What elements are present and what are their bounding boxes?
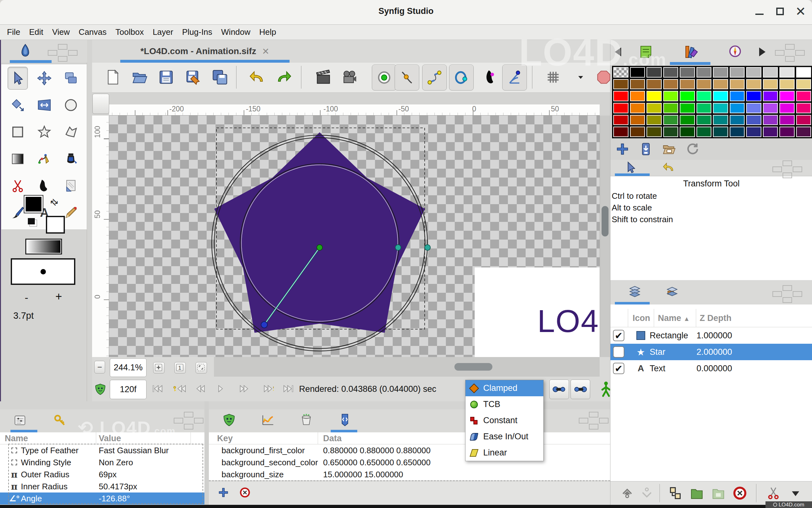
palette-swatch[interactable]: [613, 127, 628, 137]
palette-swatch[interactable]: [630, 127, 645, 137]
brush-preview[interactable]: [11, 258, 75, 285]
palette-swatch[interactable]: [696, 79, 712, 90]
menu-layer[interactable]: Layer: [148, 25, 178, 39]
palette-swatch[interactable]: [696, 91, 712, 101]
tab-canvases[interactable]: [665, 285, 679, 299]
gradient-swatch[interactable]: [25, 239, 62, 254]
reset-colors-icon[interactable]: [28, 218, 35, 224]
palette-swatch[interactable]: [796, 127, 811, 137]
hscrollbar-thumb[interactable]: [454, 363, 492, 371]
toggle-position-handles-button[interactable]: [372, 65, 397, 90]
palette-swatch[interactable]: [630, 103, 645, 113]
palette-swatch[interactable]: [713, 67, 728, 78]
palette-swatch[interactable]: [746, 91, 761, 101]
layer-name[interactable]: Text: [650, 364, 691, 374]
layers-col-icon[interactable]: Icon: [633, 313, 650, 323]
tool-draw[interactable]: [34, 174, 54, 197]
refresh-palette-button[interactable]: [686, 142, 700, 156]
interp-option-clamped[interactable]: Clamped: [465, 380, 543, 396]
canvas-tab[interactable]: *LO4D.com - Animation.sifz ✕: [120, 42, 289, 60]
raise-layer-button[interactable]: [620, 486, 634, 500]
ungroup-layer-button[interactable]: [711, 486, 726, 500]
palette-swatch[interactable]: [730, 79, 745, 90]
palette-swatch[interactable]: [663, 79, 678, 90]
tool-sketch[interactable]: [61, 174, 81, 197]
tab-library[interactable]: [338, 413, 352, 427]
menu-edit[interactable]: Edit: [25, 25, 48, 39]
palette-swatch[interactable]: [746, 127, 761, 137]
layer-name[interactable]: Rectangle: [650, 331, 691, 341]
tool-mirror[interactable]: [61, 67, 81, 90]
menu-toolbox[interactable]: Toolbox: [111, 25, 148, 39]
dock-handle[interactable]: [772, 285, 803, 303]
save-all-button[interactable]: [210, 67, 230, 87]
palette-swatch[interactable]: [779, 103, 795, 113]
palette-swatch[interactable]: [613, 91, 628, 101]
palette-swatch[interactable]: [613, 79, 628, 90]
layer-visibility-checkbox[interactable]: ✔: [613, 346, 624, 358]
library-row[interactable]: background_second_color 0.650000 0.65000…: [209, 456, 610, 468]
palette-swatch[interactable]: [730, 127, 745, 137]
seek-prev-keyframe-button[interactable]: [173, 382, 187, 395]
tool-rectangle[interactable]: [8, 121, 28, 143]
palette-swatch[interactable]: [630, 115, 645, 125]
palette-swatch[interactable]: [680, 79, 695, 90]
layer-row-star[interactable]: ✔ ★ Star 2.000000: [611, 344, 812, 360]
interp-option-tcb[interactable]: TCB: [465, 396, 543, 412]
group-layer-button[interactable]: [689, 486, 704, 500]
palette-swatch[interactable]: [796, 103, 811, 113]
time-field[interactable]: 120f: [110, 380, 146, 399]
menu-view[interactable]: View: [48, 25, 74, 39]
toggle-radius-handles-button[interactable]: [449, 65, 474, 90]
tool-polygon[interactable]: [61, 121, 81, 143]
open-button[interactable]: [129, 67, 149, 87]
menu-plugins[interactable]: Plug-Ins: [178, 25, 217, 39]
palette-swatch[interactable]: [713, 115, 728, 125]
zoom-reset-button[interactable]: 1: [174, 362, 186, 374]
param-value[interactable]: Fast Gaussian Blur: [99, 446, 169, 456]
canvas-hscrollbar[interactable]: [214, 357, 600, 377]
palette-swatch[interactable]: [646, 91, 662, 101]
palette-swatch[interactable]: [746, 79, 761, 90]
interp-option-easeinout[interactable]: Ease In/Out: [465, 429, 543, 445]
seek-begin-button[interactable]: [152, 382, 166, 395]
palette-swatch[interactable]: [713, 91, 728, 101]
duplicate-layer-button[interactable]: [668, 486, 683, 500]
future-keyframe-lock-button[interactable]: [571, 380, 590, 399]
palette-swatch[interactable]: [779, 127, 795, 137]
palette-swatch[interactable]: [613, 103, 628, 113]
tool-gradient[interactable]: [8, 147, 28, 170]
dock-handle[interactable]: [47, 44, 78, 62]
palette-swatch[interactable]: [763, 127, 778, 137]
tool-cutout[interactable]: [8, 174, 28, 197]
palette-swatch[interactable]: [680, 67, 695, 78]
palette-swatch[interactable]: [763, 79, 778, 90]
maximize-button[interactable]: [773, 4, 787, 18]
palette-swatch[interactable]: [630, 79, 645, 90]
palette-swatch[interactable]: [680, 91, 695, 101]
palette-swatch[interactable]: [663, 103, 678, 113]
palette-swatch[interactable]: [663, 67, 678, 78]
close-button[interactable]: ✕: [794, 4, 808, 18]
menu-canvas[interactable]: Canvas: [74, 25, 111, 39]
param-row[interactable]: Type of Feather Fast Gaussian Blur: [0, 444, 205, 456]
more-button[interactable]: [788, 486, 803, 500]
lower-layer-button[interactable]: [639, 486, 654, 500]
tab-palette-editor[interactable]: [683, 44, 698, 59]
tab-canvases-mask[interactable]: [222, 413, 236, 427]
palette-swatch[interactable]: [646, 115, 662, 125]
fit-canvas-button[interactable]: [195, 362, 207, 374]
tab-close-icon[interactable]: ✕: [262, 46, 269, 57]
tab-children[interactable]: [53, 414, 66, 427]
palette-swatch[interactable]: [646, 67, 662, 78]
render-options-icon[interactable]: [94, 383, 107, 396]
param-value[interactable]: 50.4173px: [99, 482, 137, 492]
palette-swatch[interactable]: [730, 103, 745, 113]
toggle-width-handles-button[interactable]: [502, 65, 527, 90]
render-button[interactable]: [313, 67, 333, 87]
palette-swatch[interactable]: [680, 127, 695, 137]
palette-swatch[interactable]: [746, 103, 761, 113]
open-palette-button[interactable]: [662, 142, 676, 156]
add-button[interactable]: [218, 487, 229, 498]
param-row[interactable]: ∠° Angle -126.88°: [0, 493, 205, 505]
